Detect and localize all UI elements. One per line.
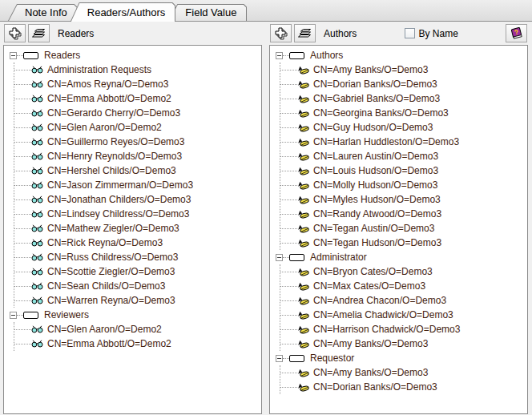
- tree-connector: [14, 84, 31, 85]
- tree-group: AuthorsCN=Amy Banks/O=Demo3CN=Dorian Ban…: [274, 48, 526, 250]
- tree-item[interactable]: CN=Amos Reyna/O=Demo3: [14, 77, 260, 91]
- group-label: Requestor: [310, 353, 354, 364]
- tree-item[interactable]: CN=Glen Aaron/O=Demo2: [14, 120, 260, 135]
- tree-connector: [14, 243, 31, 244]
- tree-item[interactable]: CN=Harrison Chadwick/O=Demo3: [280, 322, 526, 336]
- tree-item[interactable]: CN=Russ Childress/O=Demo3: [14, 250, 260, 264]
- item-label: CN=Gabriel Banks/O=Demo3: [313, 93, 440, 104]
- tree-item[interactable]: CN=Gerardo Cherry/O=Demo3: [14, 106, 260, 120]
- quill-icon: [297, 195, 309, 204]
- tree-connector: [14, 329, 31, 330]
- quill-icon: [297, 383, 309, 392]
- item-label: CN=Georgina Banks/O=Demo3: [313, 107, 449, 119]
- tree-connector: [280, 286, 297, 287]
- tree-item[interactable]: CN=Amy Banks/O=Demo3: [280, 62, 526, 77]
- item-label: CN=Tegan Hudson/O=Demo3: [313, 237, 441, 248]
- collapse-toggle-icon[interactable]: [10, 312, 17, 319]
- tree-item[interactable]: CN=Amy Banks/O=Demo3: [280, 365, 526, 380]
- tree-item[interactable]: CN=Guillermo Reyes/O=Demo3: [14, 135, 260, 149]
- tree-connector: [280, 99, 297, 99]
- quill-icon: [297, 224, 309, 233]
- authors-tree[interactable]: AuthorsCN=Amy Banks/O=Demo3CN=Dorian Ban…: [269, 45, 528, 414]
- glasses-icon: [31, 167, 43, 175]
- tree-item[interactable]: Administration Requests: [14, 62, 260, 77]
- tree-item[interactable]: CN=Hershel Childs/O=Demo3: [14, 163, 260, 178]
- tree-item[interactable]: CN=Henry Reynolds/O=Demo3: [14, 149, 260, 163]
- checkbox-box[interactable]: [405, 28, 415, 38]
- tree-item[interactable]: CN=Emma Abbott/O=Demo2: [14, 336, 260, 351]
- tree-item[interactable]: CN=Glen Aaron/O=Demo2: [14, 322, 260, 336]
- help-book-button[interactable]: ?: [506, 24, 527, 42]
- tree-item[interactable]: CN=Amelia Chadwick/O=Demo3: [280, 308, 526, 322]
- stack-button[interactable]: [294, 24, 316, 42]
- tree-item[interactable]: CN=Georgina Banks/O=Demo3: [280, 106, 526, 120]
- quill-icon: [297, 123, 309, 132]
- add-button[interactable]: [270, 24, 292, 42]
- tree-item[interactable]: CN=Dorian Banks/O=Demo3: [280, 77, 526, 91]
- tree-item[interactable]: CN=Tegan Hudson/O=Demo3: [280, 236, 526, 250]
- tree-group-header[interactable]: Requestor: [274, 351, 526, 365]
- tree-item[interactable]: CN=Andrea Chacon/O=Demo3: [280, 293, 526, 308]
- tree-connector: [283, 358, 289, 359]
- tree-item[interactable]: CN=Gabriel Banks/O=Demo3: [280, 91, 526, 106]
- tree-item[interactable]: CN=Jonathan Childers/O=Demo3: [14, 192, 260, 207]
- quill-icon: [297, 109, 309, 118]
- tree-group-children: CN=Bryon Cates/O=Demo3CN=Max Cates/O=Dem…: [280, 264, 526, 351]
- tree-item[interactable]: CN=Randy Atwood/O=Demo3: [280, 207, 526, 221]
- tree-item[interactable]: CN=Rick Reyna/O=Demo3: [14, 236, 260, 250]
- tree-item[interactable]: CN=Warren Reyna/O=Demo3: [14, 293, 260, 308]
- tree-item[interactable]: CN=Scottie Ziegler/O=Demo3: [14, 264, 260, 279]
- collapse-toggle-icon[interactable]: [276, 254, 283, 261]
- collapse-toggle-icon[interactable]: [276, 355, 283, 362]
- tree-item[interactable]: CN=Amy Banks/O=Demo3: [280, 336, 526, 351]
- item-label: CN=Glen Aaron/O=Demo2: [47, 122, 162, 133]
- quill-icon: [297, 80, 309, 89]
- tree-item[interactable]: CN=Molly Hudson/O=Demo3: [280, 178, 526, 192]
- collapse-toggle-icon[interactable]: [10, 52, 17, 59]
- tree-item[interactable]: CN=Emma Abbott/O=Demo2: [14, 91, 260, 106]
- tree-group-header[interactable]: Authors: [274, 48, 526, 62]
- tree-group-header[interactable]: Readers: [8, 48, 260, 62]
- tree-item[interactable]: CN=Louis Hudson/O=Demo3: [280, 163, 526, 178]
- item-label: CN=Russ Childress/O=Demo3: [47, 252, 178, 263]
- tab-readers-authors[interactable]: Readers/Authors: [71, 2, 176, 22]
- tree-group: ReadersAdministration RequestsCN=Amos Re…: [8, 48, 260, 308]
- stack-button[interactable]: [28, 24, 50, 42]
- tab-label: Field Value: [168, 4, 247, 18]
- tree-item[interactable]: CN=Jason Zimmerman/O=Demo3: [14, 178, 260, 192]
- quill-icon: [297, 340, 309, 349]
- tree-item[interactable]: CN=Lauren Austin/O=Demo3: [280, 149, 526, 163]
- field-icon: [23, 52, 38, 59]
- tree-item[interactable]: CN=Sean Childs/O=Demo3: [14, 279, 260, 293]
- tree-item[interactable]: CN=Bryon Cates/O=Demo3: [280, 264, 526, 279]
- quill-icon: [297, 181, 309, 190]
- tree-group-header[interactable]: Reviewers: [8, 308, 260, 322]
- item-label: CN=Lauren Austin/O=Demo3: [313, 151, 438, 162]
- tree-item[interactable]: CN=Tegan Austin/O=Demo3: [280, 221, 526, 236]
- tree-group-header[interactable]: Administrator: [274, 250, 526, 264]
- item-label: CN=Dorian Banks/O=Demo3: [313, 79, 437, 90]
- item-label: CN=Guy Hudson/O=Demo3: [313, 122, 433, 133]
- tab-bar: Note Info Readers/Authors Field Value: [0, 0, 532, 22]
- tree-connector: [14, 185, 31, 186]
- add-button[interactable]: [4, 24, 26, 42]
- quill-icon: [297, 210, 309, 219]
- tree-item[interactable]: CN=Max Cates/O=Demo3: [280, 279, 526, 293]
- tab-note-info[interactable]: Note Info: [8, 4, 78, 21]
- glasses-icon: [31, 325, 43, 333]
- tree-connector: [280, 315, 297, 316]
- tree-connector: [280, 156, 297, 157]
- tree-item[interactable]: CN=Guy Hudson/O=Demo3: [280, 120, 526, 135]
- tree-item[interactable]: CN=Myles Hudson/O=Demo3: [280, 192, 526, 207]
- tree-item[interactable]: CN=Mathew Ziegler/O=Demo3: [14, 221, 260, 236]
- tree-connector: [280, 171, 297, 171]
- collapse-toggle-icon[interactable]: [276, 52, 283, 59]
- tree-connector: [280, 344, 297, 344]
- book-icon: ?: [509, 26, 524, 40]
- by-name-checkbox[interactable]: By Name: [405, 28, 458, 39]
- tree-item[interactable]: CN=Harlan Huddleston/O=Demo3: [280, 135, 526, 149]
- tree-item[interactable]: CN=Lindsey Childress/O=Demo3: [14, 207, 260, 221]
- tab-field-value[interactable]: Field Value: [168, 4, 247, 21]
- tree-item[interactable]: CN=Dorian Banks/O=Demo3: [280, 380, 526, 394]
- readers-tree[interactable]: ReadersAdministration RequestsCN=Amos Re…: [3, 45, 262, 414]
